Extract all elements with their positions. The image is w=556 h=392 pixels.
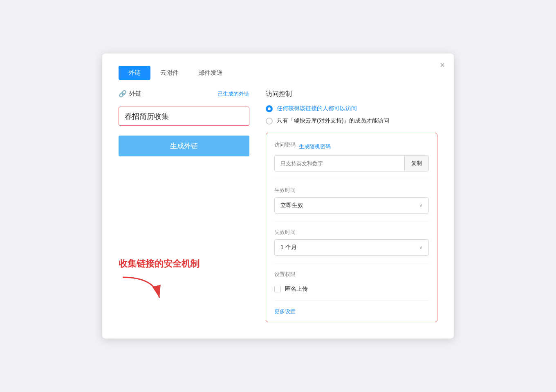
link-label: 🔗 外链 <box>119 90 141 98</box>
right-panel: 访问控制 任何获得该链接的人都可以访问 只有「够快云库(对外支持)」的成员才能访… <box>266 90 437 322</box>
divider-2 <box>274 221 429 221</box>
tab-wailian[interactable]: 外链 <box>119 66 150 80</box>
effective-time-value: 立即生效 <box>280 202 303 209</box>
password-input[interactable] <box>275 156 404 171</box>
radio-label-members: 只有「够快云库(对外支持)」的成员才能访问 <box>277 117 389 125</box>
dialog: × 外链 云附件 邮件发送 🔗 外链 已生成的外链 生成外链 收集链接的安全机制 <box>102 53 454 339</box>
link-label-text: 外链 <box>129 90 141 98</box>
name-input[interactable] <box>119 107 249 126</box>
tabs-row: 外链 云附件 邮件发送 <box>119 66 437 80</box>
expiry-time-section: 失效时间 1 个月 ∨ <box>274 229 429 256</box>
expiry-time-label: 失效时间 <box>274 229 429 236</box>
divider-1 <box>274 179 429 179</box>
effective-time-label: 生效时间 <box>274 187 429 194</box>
access-radio-group: 任何获得该链接的人都可以访问 只有「够快云库(对外支持)」的成员才能访问 <box>266 105 437 125</box>
radio-item-members[interactable]: 只有「够快云库(对外支持)」的成员才能访问 <box>266 117 437 125</box>
effective-time-chevron: ∨ <box>419 203 423 208</box>
tab-youjian[interactable]: 邮件发送 <box>188 66 233 80</box>
generate-random-button[interactable]: 生成随机密码 <box>299 143 331 150</box>
settings-box: 访问密码 生成随机密码 复制 生效时间 立即生效 ∨ <box>266 133 437 322</box>
link-icon: 🔗 <box>119 90 127 98</box>
content-area: 🔗 外链 已生成的外链 生成外链 收集链接的安全机制 <box>119 90 437 322</box>
radio-circle-members <box>266 118 273 125</box>
expiry-time-select[interactable]: 1 个月 ∨ <box>274 239 429 256</box>
generated-link-button[interactable]: 已生成的外链 <box>217 90 249 98</box>
password-label-row: 访问密码 生成随机密码 <box>274 141 429 152</box>
annotation-arrow <box>119 273 168 306</box>
effective-time-select[interactable]: 立即生效 ∨ <box>274 197 429 214</box>
generate-link-button[interactable]: 生成外链 <box>119 136 249 156</box>
tab-yunfujian[interactable]: 云附件 <box>150 66 188 80</box>
radio-item-anyone[interactable]: 任何获得该链接的人都可以访问 <box>266 105 437 112</box>
permission-label: 设置权限 <box>274 271 429 278</box>
close-button[interactable]: × <box>440 61 445 69</box>
effective-time-section: 生效时间 立即生效 ∨ <box>274 187 429 214</box>
access-control-title: 访问控制 <box>266 90 437 98</box>
password-section: 访问密码 生成随机密码 复制 <box>274 141 429 172</box>
more-settings-button[interactable]: 更多设置 <box>274 308 429 315</box>
radio-label-anyone: 任何获得该链接的人都可以访问 <box>277 105 357 112</box>
password-input-row: 复制 <box>274 155 429 172</box>
link-label-row: 🔗 外链 已生成的外链 <box>119 90 249 98</box>
anonymous-upload-label: 匿名上传 <box>285 285 308 293</box>
expiry-time-value: 1 个月 <box>280 244 297 251</box>
radio-circle-anyone <box>266 105 273 112</box>
password-label: 访问密码 <box>274 141 296 149</box>
left-panel: 🔗 外链 已生成的外链 生成外链 收集链接的安全机制 <box>119 90 249 322</box>
anonymous-upload-row[interactable]: 匿名上传 <box>274 285 429 293</box>
divider-4 <box>274 300 429 301</box>
annotation-text: 收集链接的安全机制 <box>119 258 200 270</box>
annotation-area: 收集链接的安全机制 <box>119 258 249 306</box>
anonymous-upload-checkbox[interactable] <box>274 286 281 292</box>
copy-button[interactable]: 复制 <box>404 156 428 171</box>
permission-section: 设置权限 匿名上传 <box>274 271 429 293</box>
expiry-time-chevron: ∨ <box>419 245 423 250</box>
divider-3 <box>274 263 429 263</box>
